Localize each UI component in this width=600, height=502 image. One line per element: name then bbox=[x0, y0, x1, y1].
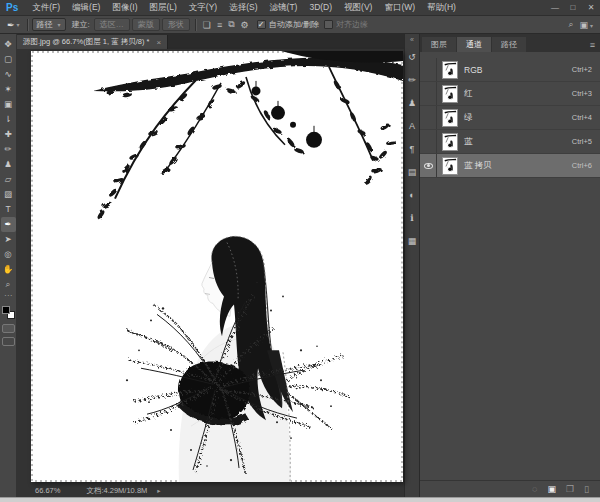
menu-layer[interactable]: 图层(L) bbox=[143, 0, 182, 15]
auto-add-delete-checkbox[interactable]: ✓ 自动添加/删除 bbox=[257, 19, 319, 30]
window-controls: — □ ✕ bbox=[546, 0, 600, 15]
screen-mode-button[interactable] bbox=[2, 337, 15, 346]
align-edges-checkbox[interactable]: 对齐边缘 bbox=[324, 19, 368, 30]
make-mask-button[interactable]: 蒙版 bbox=[132, 18, 160, 31]
visibility-toggle[interactable] bbox=[420, 58, 437, 81]
channel-row-green[interactable]: 绿 Ctrl+4 bbox=[420, 106, 600, 130]
visibility-toggle[interactable] bbox=[420, 82, 437, 105]
zoom-level[interactable]: 66.67% bbox=[35, 486, 60, 495]
menu-view[interactable]: 视图(V) bbox=[338, 0, 378, 15]
close-button[interactable]: ✕ bbox=[582, 0, 600, 15]
eyedropper-tool[interactable]: ⇂ bbox=[1, 112, 16, 127]
tab-paths[interactable]: 路径 bbox=[492, 37, 526, 52]
quick-mask-button[interactable] bbox=[2, 324, 15, 333]
visibility-toggle[interactable] bbox=[420, 130, 437, 153]
brush-tool[interactable]: ✏ bbox=[1, 142, 16, 157]
new-channel-icon[interactable]: ❐ bbox=[561, 484, 579, 494]
path-alignment-icon[interactable]: ≡ bbox=[214, 20, 225, 30]
title-bar: Ps 文件(F) 编辑(E) 图像(I) 图层(L) 文字(Y) 选择(S) 滤… bbox=[0, 0, 600, 16]
channel-name: 绿 bbox=[464, 112, 572, 124]
save-selection-as-channel-icon[interactable]: ▣ bbox=[542, 484, 561, 494]
tab-channels[interactable]: 通道 bbox=[457, 37, 491, 52]
gradient-tool[interactable]: ▨ bbox=[1, 187, 16, 202]
make-shape-button[interactable]: 形状 bbox=[162, 18, 190, 31]
paragraph-panel-icon[interactable]: ¶ bbox=[405, 140, 419, 159]
eraser-tool[interactable]: ▱ bbox=[1, 172, 16, 187]
clone-source-panel-icon[interactable]: ♟ bbox=[405, 94, 419, 113]
menu-edit[interactable]: 编辑(E) bbox=[66, 0, 106, 15]
make-selection-button[interactable]: 选区… bbox=[94, 18, 130, 31]
channel-name: 蓝 bbox=[464, 136, 572, 148]
tool-mode-select[interactable]: 路径 ▾ bbox=[32, 18, 66, 31]
tab-close-icon[interactable]: × bbox=[156, 38, 161, 47]
minimize-button[interactable]: — bbox=[546, 0, 564, 15]
foreground-color-swatch[interactable] bbox=[2, 306, 10, 314]
path-arrange-icon[interactable]: ⧉ bbox=[225, 19, 237, 30]
marquee-tool[interactable]: ▢ bbox=[1, 52, 16, 67]
channel-name: 红 bbox=[464, 88, 572, 100]
menu-window[interactable]: 窗口(W) bbox=[378, 0, 421, 15]
channel-name: RGB bbox=[464, 65, 572, 75]
document-tab[interactable]: 源图.jpg @ 66.7%(图层 1, 蓝 拷贝/8) * × bbox=[17, 35, 168, 49]
healing-brush-tool[interactable]: ✚ bbox=[1, 127, 16, 142]
search-icon[interactable]: ⌕ bbox=[565, 19, 576, 30]
collapse-panels-icon[interactable]: « bbox=[410, 34, 414, 46]
menu-filter[interactable]: 滤镜(T) bbox=[264, 0, 304, 15]
character-panel-icon[interactable]: A bbox=[405, 117, 419, 136]
pen-tool[interactable]: ✒ bbox=[1, 217, 16, 232]
status-caret-icon[interactable]: ▸ bbox=[157, 487, 160, 495]
clone-stamp-tool[interactable]: ♟ bbox=[1, 157, 16, 172]
fruit bbox=[306, 132, 322, 148]
pen-tool-icon: ✒ bbox=[7, 20, 15, 30]
shape-tool[interactable]: ◎ bbox=[1, 247, 16, 262]
visibility-toggle[interactable] bbox=[420, 154, 437, 177]
menu-select[interactable]: 选择(S) bbox=[223, 0, 263, 15]
window-bottom-edge bbox=[0, 497, 600, 502]
document-area: 源图.jpg @ 66.7%(图层 1, 蓝 拷贝/8) * × bbox=[17, 34, 404, 497]
color-swatches[interactable] bbox=[2, 306, 15, 319]
menu-type[interactable]: 文字(Y) bbox=[183, 0, 223, 15]
properties-panel-icon[interactable]: ▦ bbox=[405, 232, 419, 251]
tool-preset-dropdown[interactable]: ✒ ▾ bbox=[4, 20, 23, 30]
adjustments-panel-icon[interactable]: ◐ bbox=[405, 186, 419, 205]
channel-row-blue[interactable]: 蓝 Ctrl+5 bbox=[420, 130, 600, 154]
type-tool[interactable]: T bbox=[1, 202, 16, 217]
menu-file[interactable]: 文件(F) bbox=[26, 0, 66, 15]
gear-icon[interactable]: ⚙ bbox=[238, 20, 252, 30]
menu-3d[interactable]: 3D(D) bbox=[303, 0, 338, 15]
libraries-panel-icon[interactable]: ▤ bbox=[405, 163, 419, 182]
channel-thumbnail bbox=[442, 85, 458, 103]
zoom-tool[interactable]: ⌕ bbox=[1, 277, 16, 292]
channel-row-rgb[interactable]: RGB Ctrl+2 bbox=[420, 58, 600, 82]
channel-row-red[interactable]: 红 Ctrl+3 bbox=[420, 82, 600, 106]
visibility-toggle[interactable] bbox=[420, 106, 437, 129]
quick-selection-tool[interactable]: ✶ bbox=[1, 82, 16, 97]
canvas[interactable] bbox=[31, 51, 403, 482]
info-panel-icon[interactable]: ℹ bbox=[405, 209, 419, 228]
delete-channel-icon[interactable]: ▯ bbox=[579, 484, 594, 494]
options-bar: ✒ ▾ 路径 ▾ 建立: 选区… 蒙版 形状 ❏ ≡ ⧉ ⚙ ✓ 自动添加/删除… bbox=[0, 16, 600, 34]
load-channel-as-selection-icon[interactable]: ◌ bbox=[527, 484, 542, 494]
hand-tool[interactable]: ✋ bbox=[1, 262, 16, 277]
move-tool[interactable]: ✥ bbox=[1, 37, 16, 52]
path-operations-icon[interactable]: ❏ bbox=[200, 20, 214, 30]
separator bbox=[195, 19, 196, 31]
maximize-button[interactable]: □ bbox=[564, 0, 582, 15]
channel-row-blue-copy[interactable]: 蓝 拷贝 Ctrl+6 bbox=[420, 154, 600, 178]
menu-help[interactable]: 帮助(H) bbox=[421, 0, 462, 15]
document-tab-title: 源图.jpg @ 66.7%(图层 1, 蓝 拷贝/8) * bbox=[23, 37, 149, 47]
lasso-tool[interactable]: ∿ bbox=[1, 67, 16, 82]
panel-menu-icon[interactable]: ≡ bbox=[590, 40, 600, 52]
fruit bbox=[252, 86, 261, 95]
photoshop-logo[interactable]: Ps bbox=[0, 2, 26, 13]
crop-tool[interactable]: ▣ bbox=[1, 97, 16, 112]
menu-image[interactable]: 图像(I) bbox=[106, 0, 143, 15]
tab-layers[interactable]: 图层 bbox=[422, 37, 456, 52]
status-bar: 66.67% 文档:4.29M/10.8M ▸ bbox=[17, 484, 404, 497]
workspace-switcher-icon[interactable]: ▣▾ bbox=[576, 20, 596, 30]
auto-add-delete-label: 自动添加/删除 bbox=[269, 19, 319, 30]
brush-settings-panel-icon[interactable]: ✏ bbox=[405, 71, 419, 90]
history-panel-icon[interactable]: ↺ bbox=[405, 48, 419, 67]
path-select-tool[interactable]: ➤ bbox=[1, 232, 16, 247]
edit-toolbar-icon[interactable]: ⋯ bbox=[1, 292, 16, 302]
